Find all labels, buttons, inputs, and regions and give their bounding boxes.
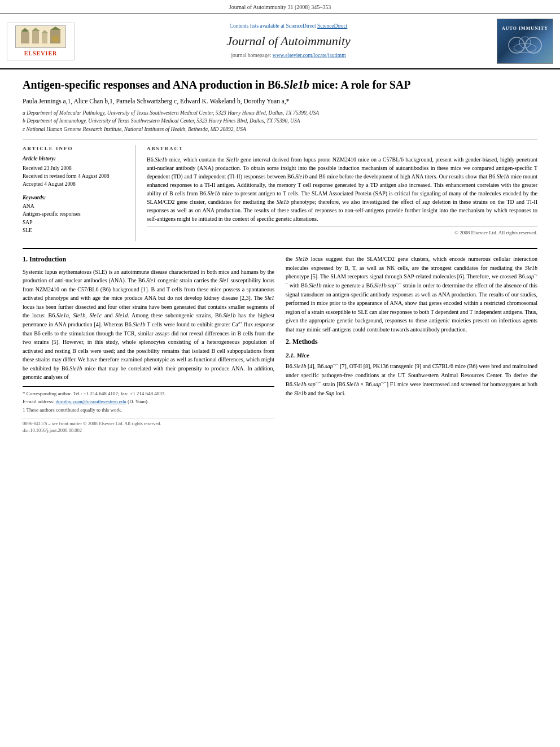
journal-citation-text: Journal of Autoimmunity 31 (2008) 345–35… <box>229 4 331 10</box>
svg-point-10 <box>52 36 59 42</box>
affiliation-b: b Department of Immunology, University o… <box>23 117 537 125</box>
homepage-link[interactable]: www.elsevier.com/locate/jautimm <box>273 53 346 58</box>
svg-rect-6 <box>42 33 47 43</box>
mice-subsection-title: 2.1. Mice <box>286 351 537 360</box>
journal-homepage: journal homepage: www.elsevier.com/locat… <box>80 52 497 59</box>
history-label: Article history: <box>23 155 127 163</box>
affiliation-a: a Department of Molecular Pathology, Uni… <box>23 109 537 117</box>
received-revised-date: Received in revised form 4 August 2008 <box>23 173 127 180</box>
journal-citation: Journal of Autoimmunity 31 (2008) 345–35… <box>0 0 560 14</box>
keyword-2: Antigen-specific responses <box>23 211 127 218</box>
elsevier-logo-image <box>15 25 66 48</box>
keyword-4: SLE <box>23 227 127 234</box>
elsevier-logo: ELSEVIER <box>7 23 75 60</box>
mice-paragraph: B6.Sle1b [4], B6.sap−/− [7], OT-II [8], … <box>286 362 537 397</box>
keywords-label: Keywords: <box>23 194 127 202</box>
abstract-section: B6.Sle1b mice, which contain the Sle1b g… <box>147 155 537 237</box>
elsevier-brand: ELSEVIER <box>24 50 58 58</box>
journal-cover-image: AUTO IMMUNITY <box>497 19 553 64</box>
keyword-3: SAP <box>23 219 127 226</box>
intro-title: Introduction <box>29 255 66 263</box>
sciencedirect-brand[interactable]: ScienceDirect <box>317 23 347 29</box>
footer-issn: 0896-8411/$ – see front matter © 2008 El… <box>23 421 274 427</box>
intro-paragraph-1: Systemic lupus erythematosus (SLE) is an… <box>23 268 274 382</box>
received-date: Received 23 July 2008 <box>23 165 127 172</box>
journal-header: ELSEVIER Contents lists available at Sci… <box>0 14 560 69</box>
journal-center-header: Contents lists available at ScienceDirec… <box>80 23 497 59</box>
authors-line: Paula Jennings a,1, Alice Chan b,1, Pame… <box>23 97 537 106</box>
cover-title-text: AUTO IMMUNITY <box>502 26 548 32</box>
sciencedirect-text: Contents lists available at ScienceDirec… <box>230 23 316 29</box>
footer-info: 0896-8411/$ – see front matter © 2008 El… <box>23 418 274 434</box>
footnote-email: E-mail address: dorothy.yuan@utsouthwest… <box>23 398 274 405</box>
body-left-column: 1. Introduction Systemic lupus erythemat… <box>23 255 274 434</box>
svg-rect-4 <box>32 31 39 43</box>
methods-section-title: 2. Methods <box>286 337 537 347</box>
main-content: Antigen-specific responses and ANA produ… <box>0 69 560 442</box>
article-info-header: ARTICLE INFO <box>23 145 127 152</box>
authors-text: Paula Jennings a,1, Alice Chan b,1, Pame… <box>23 98 289 104</box>
svg-rect-1 <box>21 32 29 43</box>
footnotes-section: * Corresponding author. Tel.: +1 214 648… <box>23 386 274 414</box>
right-paragraph-1: the Sle1b locus suggest that the SLAM/CD… <box>286 255 537 334</box>
footnote-equal-contribution: 1 These authors contributed equally to t… <box>23 407 274 414</box>
keyword-1: ANA <box>23 203 127 210</box>
email-link[interactable]: dorothy.yuan@utsouthwestern.edu <box>55 399 126 404</box>
article-title-prefix: Antigen-specific responses and ANA produ… <box>23 78 283 91</box>
body-right-column: the Sle1b locus suggest that the SLAM/CD… <box>286 255 537 434</box>
accepted-date: Accepted 4 August 2008 <box>23 181 127 188</box>
intro-number: 1. <box>23 255 28 263</box>
abstract-text: B6.Sle1b mice, which contain the Sle1b g… <box>147 155 537 223</box>
article-history-block: Article history: Received 23 July 2008 R… <box>23 155 127 188</box>
abstract-header: ABSTRACT <box>147 145 537 152</box>
copyright-notice: © 2008 Elsevier Ltd. All rights reserved… <box>147 226 537 237</box>
article-info-abstract: ARTICLE INFO Article history: Received 2… <box>23 139 537 241</box>
article-info-column: ARTICLE INFO Article history: Received 2… <box>23 145 135 241</box>
body-content: 1. Introduction Systemic lupus erythemat… <box>23 248 537 434</box>
article-title-italic: Sle1b <box>283 78 309 91</box>
abstract-column: ABSTRACT B6.Sle1b mice, which contain th… <box>147 145 537 241</box>
affiliations: a Department of Molecular Pathology, Uni… <box>23 109 537 133</box>
journal-title: Journal of Autoimmunity <box>80 33 497 50</box>
keywords-block: Keywords: ANA Antigen-specific responses… <box>23 194 127 234</box>
article-title: Antigen-specific responses and ANA produ… <box>23 77 537 92</box>
affiliation-c: c National Human Genome Research Institu… <box>23 125 537 133</box>
footer-doi: doi:10.1016/j.jaut.2008.08.002 <box>23 427 274 434</box>
footnote-corresponding: * Corresponding author. Tel.: +1 214 648… <box>23 390 274 397</box>
sciencedirect-link: Contents lists available at ScienceDirec… <box>80 23 497 30</box>
body-two-columns: 1. Introduction Systemic lupus erythemat… <box>23 255 537 434</box>
intro-section-title: 1. Introduction <box>23 255 274 264</box>
article-title-suffix: mice: A role for SAP <box>309 78 411 91</box>
svg-point-13 <box>519 37 531 48</box>
